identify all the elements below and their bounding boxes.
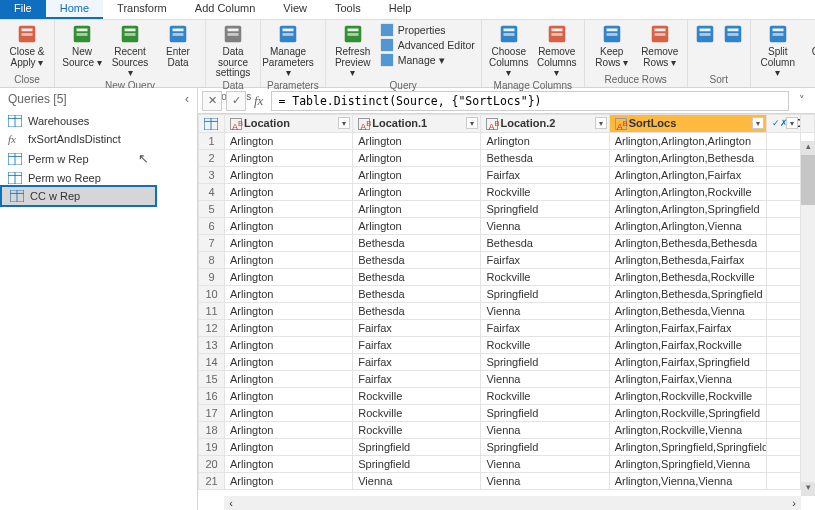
cell[interactable]: Fairfax — [481, 252, 609, 269]
cell[interactable]: Bethesda — [353, 303, 481, 320]
refresh-preview-button[interactable]: RefreshPreview ▾ — [332, 22, 374, 79]
cell[interactable]: Arlington — [225, 286, 353, 303]
cell[interactable]: Bethesda — [353, 286, 481, 303]
cell[interactable]: Arlington — [353, 150, 481, 167]
choose-columns-button[interactable]: ChooseColumns ▾ — [488, 22, 530, 79]
col-location-2-header[interactable]: ABLocation.2▾ — [481, 115, 609, 133]
cell[interactable]: Rockville — [481, 388, 609, 405]
table-row[interactable]: 2ArlingtonArlingtonBethesdaArlington,Arl… — [199, 150, 815, 167]
table-row[interactable]: 13ArlingtonFairfaxRockvilleArlington,Fai… — [199, 337, 815, 354]
table-row[interactable]: 4ArlingtonArlingtonRockvilleArlington,Ar… — [199, 184, 815, 201]
cell[interactable]: Arlington,Rockville,Vienna — [609, 422, 766, 439]
formula-cancel-button[interactable]: ✕ — [202, 91, 222, 111]
cell[interactable]: Arlington,Arlington,Fairfax — [609, 167, 766, 184]
cell[interactable]: Vienna — [481, 303, 609, 320]
col-isdist-header[interactable]: ✓✗IsDist▾ — [766, 115, 800, 133]
cell[interactable]: Arlington — [225, 371, 353, 388]
cell[interactable]: Arlington — [225, 337, 353, 354]
cell[interactable]: Vienna — [481, 218, 609, 235]
formula-confirm-button[interactable]: ✓ — [226, 91, 246, 111]
cell[interactable]: Arlington — [353, 167, 481, 184]
cell[interactable]: Arlington — [353, 184, 481, 201]
column-filter-icon[interactable]: ▾ — [752, 117, 764, 129]
menu-tab-tools[interactable]: Tools — [321, 0, 375, 19]
cell[interactable]: Arlington — [225, 235, 353, 252]
cell[interactable]: Arlington,Fairfax,Vienna — [609, 371, 766, 388]
cell[interactable]: Fairfax — [353, 371, 481, 388]
vertical-scrollbar[interactable]: ▴▾ — [801, 141, 815, 496]
table-row[interactable]: 14ArlingtonFairfaxSpringfieldArlington,F… — [199, 354, 815, 371]
menu-tab-home[interactable]: Home — [46, 0, 103, 19]
table-row[interactable]: 15ArlingtonFairfaxViennaArlington,Fairfa… — [199, 371, 815, 388]
cell[interactable]: Arlington,Fairfax,Fairfax — [609, 320, 766, 337]
row-number[interactable]: 21 — [199, 473, 225, 490]
cell[interactable]: Springfield — [481, 439, 609, 456]
row-number[interactable]: 6 — [199, 218, 225, 235]
manage-parameters-button[interactable]: ManageParameters ▾ — [267, 22, 309, 79]
query-item-cc-w-rep[interactable]: CC w Rep — [0, 185, 157, 207]
cell[interactable]: Arlington — [353, 133, 481, 150]
row-number[interactable]: 18 — [199, 422, 225, 439]
menu-tab-help[interactable]: Help — [375, 0, 426, 19]
cell[interactable]: Springfield — [353, 439, 481, 456]
cell[interactable]: Rockville — [353, 422, 481, 439]
remove-rows-button[interactable]: RemoveRows ▾ — [639, 22, 681, 68]
sort-desc-button[interactable] — [722, 22, 744, 47]
cell[interactable]: Arlington,Bethesda,Bethesda — [609, 235, 766, 252]
cell[interactable]: Springfield — [481, 201, 609, 218]
collapse-queries-icon[interactable]: ‹ — [185, 92, 189, 106]
cell[interactable]: Arlington — [225, 439, 353, 456]
cell[interactable]: Arlington,Rockville,Springfield — [609, 405, 766, 422]
column-filter-icon[interactable]: ▾ — [595, 117, 607, 129]
cell[interactable]: Arlington — [225, 201, 353, 218]
table-row[interactable]: 9ArlingtonBethesdaRockvilleArlington,Bet… — [199, 269, 815, 286]
group-by-button[interactable]: GroupBy — [805, 22, 815, 68]
cell[interactable]: Springfield — [353, 456, 481, 473]
cell[interactable]: Arlington,Arlington,Vienna — [609, 218, 766, 235]
horizontal-scrollbar[interactable]: ‹› — [224, 496, 801, 510]
cell[interactable]: Rockville — [353, 388, 481, 405]
recent-sources-button[interactable]: RecentSources ▾ — [109, 22, 151, 79]
cell[interactable]: Rockville — [481, 184, 609, 201]
col-location-header[interactable]: ABLocation▾ — [225, 115, 353, 133]
cell[interactable]: Arlington,Rockville,Rockville — [609, 388, 766, 405]
cell[interactable]: Arlington — [481, 133, 609, 150]
query-item-perm-w-rep[interactable]: Perm w Rep↖ — [0, 148, 197, 169]
table-row[interactable]: 5ArlingtonArlingtonSpringfieldArlington,… — [199, 201, 815, 218]
cell[interactable]: Rockville — [353, 405, 481, 422]
row-number[interactable]: 20 — [199, 456, 225, 473]
cell[interactable]: Arlington,Bethesda,Springfield — [609, 286, 766, 303]
menu-tab-transform[interactable]: Transform — [103, 0, 181, 19]
row-number[interactable]: 19 — [199, 439, 225, 456]
cell[interactable]: Fairfax — [481, 167, 609, 184]
cell[interactable]: Fairfax — [353, 354, 481, 371]
table-row[interactable]: 18ArlingtonRockvilleViennaArlington,Rock… — [199, 422, 815, 439]
cell[interactable]: Arlington,Vienna,Vienna — [609, 473, 766, 490]
cell[interactable]: Vienna — [353, 473, 481, 490]
table-row[interactable]: 17ArlingtonRockvilleSpringfieldArlington… — [199, 405, 815, 422]
table-row[interactable]: 3ArlingtonArlingtonFairfaxArlington,Arli… — [199, 167, 815, 184]
cell[interactable]: Bethesda — [481, 235, 609, 252]
cell[interactable]: Arlington — [225, 303, 353, 320]
file-tab[interactable]: File — [0, 0, 46, 19]
row-number[interactable]: 12 — [199, 320, 225, 337]
row-number[interactable]: 11 — [199, 303, 225, 320]
table-row[interactable]: 16ArlingtonRockvilleRockvilleArlington,R… — [199, 388, 815, 405]
cell[interactable]: Arlington — [225, 184, 353, 201]
col-location-1-header[interactable]: ABLocation.1▾ — [353, 115, 481, 133]
cell[interactable]: Springfield — [481, 286, 609, 303]
cell[interactable]: Arlington,Arlington,Rockville — [609, 184, 766, 201]
menu-tab-view[interactable]: View — [269, 0, 321, 19]
row-number[interactable]: 7 — [199, 235, 225, 252]
cell[interactable]: Arlington — [353, 201, 481, 218]
table-corner[interactable] — [199, 115, 225, 133]
cell[interactable]: Arlington — [225, 422, 353, 439]
column-filter-icon[interactable]: ▾ — [466, 117, 478, 129]
cell[interactable]: Fairfax — [481, 320, 609, 337]
close-apply-button[interactable]: Close &Apply ▾ — [6, 22, 48, 68]
cell[interactable]: Arlington — [225, 150, 353, 167]
row-number[interactable]: 2 — [199, 150, 225, 167]
cell[interactable]: Rockville — [481, 337, 609, 354]
cell[interactable]: Springfield — [481, 354, 609, 371]
row-number[interactable]: 16 — [199, 388, 225, 405]
